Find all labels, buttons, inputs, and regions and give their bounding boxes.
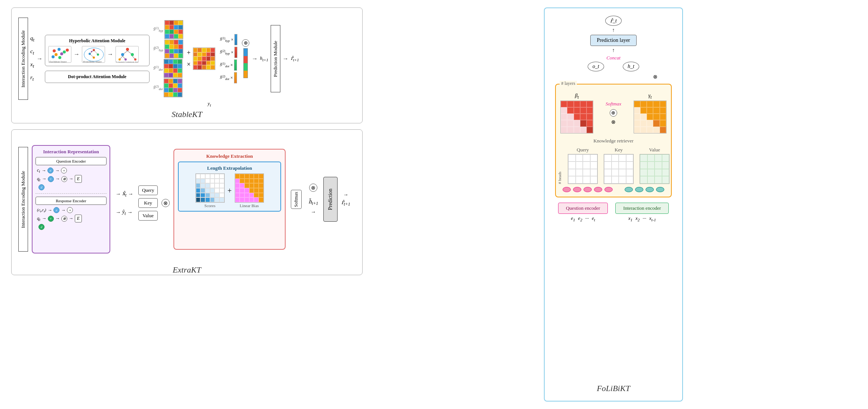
linear-bias-label: Linear Bias [240,203,259,208]
blob-teal-2 [635,187,643,192]
enc-op1: + [61,167,67,173]
hyp-arrow2: → [107,51,113,58]
extrakt-ie-module: Interaction Encoding Module [18,147,28,252]
hyp-diag: Euclidean Space → [48,46,146,63]
svg-text:Lowest Common Ancestor: Lowest Common Ancestor [116,61,139,63]
kr-label: Knowledge retriever [560,138,667,144]
concat-label: Concat [606,55,621,61]
arrow-down2: ↑ [612,47,615,53]
ot-oval: o_t [588,62,604,71]
folibikt-inner: r̂_t ↑ Prediction layer ↑ Concat o_t [552,16,675,381]
enc-row-drt: d [37,224,105,230]
enc-op2: ⊗ [61,176,67,182]
query-table: Query [568,147,598,184]
softmax-btn: Softmax [291,190,302,209]
svg-point-4 [60,52,63,55]
xhat-arrow: →x̂t→ [116,190,133,198]
rhat-oval: r̂_t [605,16,622,26]
response-encoder-sub: Response Encoder [36,197,107,205]
blob-pink-2 [573,187,581,192]
input-rt: rt [30,74,34,82]
svg-line-15 [90,50,94,54]
enc-op4: ⊗ [61,216,67,222]
enc-row-crt: (ct,rt) → e → + [37,207,105,213]
dotprod-title: Dot-product Attention Module [48,74,146,80]
svg-text:Hyperbolic Space: Hyperbolic Space [83,60,102,63]
enc-E-btn: E [75,175,82,183]
blob-pink-3 [584,187,592,192]
stablekt-label: StableKT [18,110,355,119]
layers-label: # layers [560,81,577,86]
ht-oval: h_t [623,62,639,71]
rhat-extra: r̂t+1 [341,199,350,207]
enc-op3: + [67,207,73,213]
ht1-label: ht+1 [260,55,268,62]
hyp-title: Hyperbolic Attention Module [48,38,146,44]
enc-btn-v: v [48,176,54,182]
svg-point-19 [126,48,129,51]
hyp-arrow1: → [74,51,80,58]
arrow-down1: ↑ [612,27,615,33]
multiply-op: ⊗ [161,199,170,207]
svg-point-5 [66,49,69,52]
kr-region: # layers βt [555,84,672,197]
ie-module-label: Interaction Encoding Module [20,30,26,87]
arrow-htilde: → [311,209,316,215]
cross-sign: ⊗ [653,74,658,80]
stablekt-panel: Interaction Encoding Module qt ct xt rt … [11,7,363,123]
blob-teal-4 [656,187,664,192]
large-matrix [193,47,215,70]
input-ct: ct [30,48,34,56]
ir-title: Interaction Representation [36,149,107,155]
gamma-block: γt [634,93,667,133]
beta-block: βt [560,93,593,133]
question-encoder-sub: Question Encoder [36,157,107,165]
hyperbolic-block: Hyperbolic Attention Module [45,35,150,66]
question-encoder-block: Question encoder e1 e2 ··· et [558,203,608,222]
ke-title-label: Knowledge Extraction [178,153,281,159]
s-dot2-matrix [164,79,182,97]
svg-point-6 [52,55,55,58]
arrow-ht: → [252,55,258,62]
oplus-top: ⊕ [610,109,617,117]
enc-btn-d: d [39,184,44,190]
blob-pink-1 [563,187,571,192]
multiply-op2: ⊗ [309,184,317,192]
hyperbolic-diagram-box: Hyperbolic Space [82,46,105,63]
key-btn: Key [138,198,158,208]
htilde-label: h̃t+1 [308,199,318,206]
q-encoder-btn: Question encoder [558,203,608,214]
s-dot1-matrix [164,59,182,78]
euclidean-diagram: Euclidean Space [48,46,71,63]
i-encoder-btn: Interaction encoder [615,203,669,214]
enc-row-ct: ct → e → + [37,167,105,173]
s-hyp-labels: Ŝ(1)hyp Ŝ(2)hyp [153,20,183,97]
value-table: Value [640,147,670,184]
arrow-rhat: → [283,55,289,62]
linear-bias-grid [235,173,264,203]
svg-point-0 [53,49,56,52]
svg-point-23 [131,53,134,56]
interaction-encoder-block: Interaction encoder x1 x2 ··· xt-1 [615,203,669,222]
svg-text:Euclidean Space: Euclidean Space [49,60,67,63]
blob-teal-3 [646,187,654,192]
extrakt-panel: Interaction Encoding Module Interaction … [11,129,363,275]
enc-btn-e2: e [53,207,59,213]
q-inputs-row: e1 e2 ··· et [571,215,595,222]
pred-layer-box: Prediction layer [590,35,636,46]
blob-teal-1 [625,187,633,192]
enc-row-qt2: qt → v → ⊗ → E [37,215,105,222]
svg-point-1 [58,48,61,51]
input-xt-top: xt [30,61,34,69]
input-qt: qt [30,35,34,43]
qkv-col: Query Key Value [138,178,158,221]
folibikt-panel: r̂_t ↑ Prediction layer ↑ Concat o_t [544,7,683,402]
scores-grid [196,173,225,203]
s-hyp2-matrix [164,40,183,58]
query-btn: Query [138,185,158,195]
extrakt-label: ExtraKT [18,265,355,275]
blob-pink-5 [604,187,613,192]
prediction-module: Prediction Module [271,25,280,92]
folibikt-label: FoLiBiKT [597,384,630,393]
extrakt-ie-label: Interaction Encoding Module [20,170,26,228]
